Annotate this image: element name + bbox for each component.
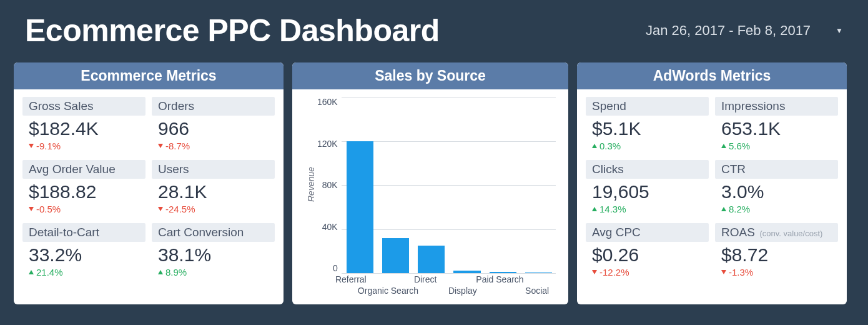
metric-label: Cart Conversion (152, 223, 275, 242)
metric-value: $0.26 (586, 242, 709, 267)
metric-delta: 8.9% (152, 267, 275, 280)
metric-delta-text: -24.5% (165, 204, 195, 214)
ecommerce-metric-grid: Gross Sales$182.4K-9.1%Orders966-8.7%Avg… (14, 89, 284, 289)
adwords-metric-1[interactable]: Impressions653.1K5.6% (715, 97, 838, 154)
adwords-metric-2[interactable]: Clicks19,60514.3% (586, 160, 709, 217)
metric-delta: -8.7% (152, 141, 275, 154)
date-range-text: Jan 26, 2017 - Feb 8, 2017 (646, 22, 811, 39)
adwords-metric-5[interactable]: ROAS (conv. value/cost)$8.72-1.3% (715, 223, 838, 280)
metric-delta: -12.2% (586, 267, 709, 280)
ecommerce-metric-1[interactable]: Orders966-8.7% (152, 97, 275, 154)
metric-delta-text: -12.2% (599, 267, 629, 278)
metric-delta-text: -0.5% (36, 204, 61, 214)
metric-label: Spend (586, 97, 709, 116)
metric-delta-text: 5.6% (729, 141, 750, 151)
metric-label: Avg CPC (586, 223, 709, 242)
chart-plot (342, 97, 556, 273)
arrow-up-icon (721, 144, 726, 148)
metric-delta: 21.4% (22, 267, 145, 280)
metric-label: Orders (152, 97, 275, 116)
metric-delta: -0.5% (22, 204, 145, 217)
metric-delta-text: 8.9% (165, 267, 187, 278)
arrow-up-icon (592, 144, 597, 148)
metric-label: Detail-to-Cart (22, 223, 145, 242)
metric-label: Impressions (715, 97, 838, 116)
metric-delta-text: 8.2% (729, 204, 750, 214)
ecommerce-metric-3[interactable]: Users28.1K-24.5% (152, 160, 275, 217)
caret-down-icon: ▼ (836, 26, 843, 35)
ytick-label: 0 (333, 263, 338, 273)
chart-ylabel: Revenue (305, 96, 316, 273)
ecommerce-metric-5[interactable]: Cart Conversion38.1%8.9% (152, 223, 275, 280)
metric-label: ROAS (conv. value/cost) (715, 223, 838, 242)
arrow-up-icon (29, 270, 34, 274)
metric-delta-text: -9.1% (36, 141, 61, 151)
header: Ecommerce PPC Dashboard Jan 26, 2017 - F… (0, 0, 868, 60)
metric-delta: 5.6% (715, 141, 838, 154)
metric-value: 38.1% (152, 242, 275, 267)
bar-organic-search[interactable] (382, 238, 409, 273)
chart-bars (342, 97, 556, 273)
metric-label: Clicks (586, 160, 709, 179)
xtick-label: Display (448, 286, 477, 296)
metric-delta-text: 0.3% (599, 141, 621, 151)
metric-delta: -9.1% (22, 141, 145, 154)
arrow-down-icon (721, 270, 726, 274)
metric-delta: -1.3% (715, 267, 838, 280)
xtick-label: Referral (335, 274, 367, 284)
metric-delta-text: -8.7% (165, 141, 190, 151)
metric-delta: 0.3% (586, 141, 709, 154)
metric-value: 28.1K (152, 179, 275, 204)
chart-yticks: 160K120K80K40K0 (317, 97, 342, 273)
arrow-down-icon (158, 207, 163, 211)
metric-delta: -24.5% (152, 204, 275, 217)
arrow-down-icon (29, 207, 34, 211)
xtick-label: Organic Search (358, 286, 418, 296)
metric-value: $5.1K (586, 116, 709, 141)
ecommerce-metric-0[interactable]: Gross Sales$182.4K-9.1% (22, 97, 145, 154)
metric-label: Users (152, 160, 275, 179)
metric-delta: 14.3% (586, 204, 709, 217)
bar-referral[interactable] (347, 141, 373, 274)
panel-adwords-title: AdWords Metrics (577, 62, 847, 89)
chart-xaxis: ReferralOrganic SearchDirectDisplayPaid … (332, 273, 556, 298)
metric-value: $182.4K (22, 116, 145, 141)
panels-row: Ecommerce Metrics Gross Sales$182.4K-9.1… (0, 60, 868, 311)
chart-body: Revenue 160K120K80K40K0 ReferralOrganic … (292, 89, 568, 304)
adwords-metric-0[interactable]: Spend$5.1K0.3% (586, 97, 709, 154)
date-range-picker[interactable]: Jan 26, 2017 - Feb 8, 2017 ▼ (646, 22, 843, 39)
page-title: Ecommerce PPC Dashboard (25, 12, 440, 49)
metric-value: 19,605 (586, 179, 709, 204)
arrow-up-icon (158, 270, 163, 274)
bar-direct[interactable] (418, 246, 445, 273)
ecommerce-metric-4[interactable]: Detail-to-Cart33.2%21.4% (22, 223, 145, 280)
metric-delta: 8.2% (715, 204, 838, 217)
metric-value: $188.82 (22, 179, 145, 204)
panel-ecommerce-title: Ecommerce Metrics (14, 62, 284, 89)
metric-delta-text: 21.4% (36, 267, 63, 278)
metric-value: 33.2% (22, 242, 145, 267)
metric-label: CTR (715, 160, 838, 179)
arrow-down-icon (592, 270, 597, 274)
adwords-metric-grid: Spend$5.1K0.3%Impressions653.1K5.6%Click… (577, 89, 847, 289)
metric-value: 3.0% (715, 179, 838, 204)
xtick-label: Direct (414, 274, 437, 284)
panel-sales-chart: Sales by Source Revenue 160K120K80K40K0 … (292, 62, 568, 304)
adwords-metric-4[interactable]: Avg CPC$0.26-12.2% (586, 223, 709, 280)
ytick-label: 80K (322, 180, 338, 190)
metric-sublabel: (conv. value/cost) (757, 229, 823, 238)
adwords-metric-3[interactable]: CTR3.0%8.2% (715, 160, 838, 217)
metric-delta-text: 14.3% (599, 204, 626, 214)
ytick-label: 40K (322, 222, 338, 232)
arrow-up-icon (592, 207, 597, 211)
panel-adwords: AdWords Metrics Spend$5.1K0.3%Impression… (577, 62, 847, 304)
xtick-label: Paid Search (476, 274, 523, 284)
xtick-label: Social (525, 286, 549, 296)
metric-label: Avg Order Value (22, 160, 145, 179)
ytick-label: 120K (317, 139, 338, 149)
ecommerce-metric-2[interactable]: Avg Order Value$188.82-0.5% (22, 160, 145, 217)
arrow-up-icon (721, 207, 726, 211)
ytick-label: 160K (317, 97, 338, 107)
metric-value: $8.72 (715, 242, 838, 267)
metric-value: 966 (152, 116, 275, 141)
